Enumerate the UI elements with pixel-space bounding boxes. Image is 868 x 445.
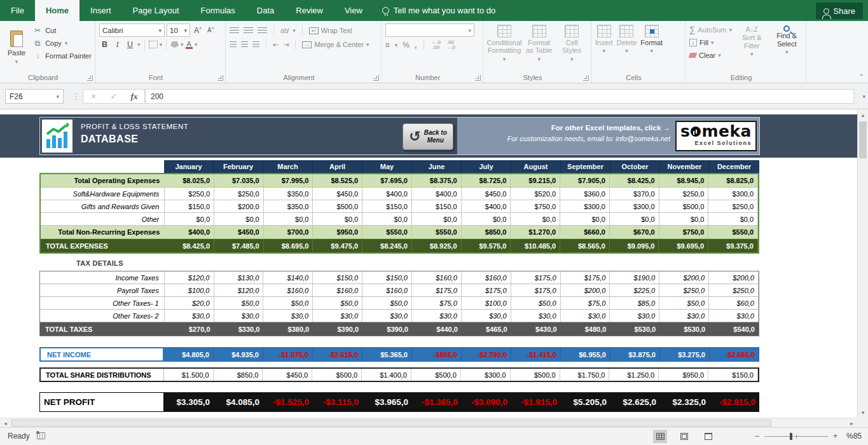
- row-label[interactable]: Other Taxes- 1: [40, 297, 165, 309]
- cell[interactable]: $2.625,0: [610, 392, 660, 412]
- autosum-button[interactable]: ∑AutoSum▾: [689, 24, 732, 36]
- paste-button[interactable]: Paste ▾: [4, 24, 29, 71]
- cell[interactable]: $175,0: [511, 284, 561, 296]
- font-name-dropdown-icon[interactable]: ▾: [158, 27, 162, 34]
- cell[interactable]: $120,0: [165, 271, 214, 284]
- find-dropdown-icon[interactable]: ▾: [785, 48, 789, 57]
- format-cells-button[interactable]: Format ▾: [640, 24, 663, 71]
- month-header-cell[interactable]: May: [362, 160, 412, 173]
- align-top-icon[interactable]: [230, 27, 239, 34]
- cell[interactable]: $100,0: [462, 297, 511, 309]
- cell[interactable]: $4.805,0: [164, 347, 214, 362]
- cell[interactable]: $30,0: [362, 310, 412, 322]
- cell[interactable]: $150,0: [362, 271, 412, 284]
- month-header-cell[interactable]: April: [313, 160, 362, 173]
- insert-dropdown-icon[interactable]: ▾: [602, 48, 605, 54]
- net-profit-label[interactable]: NET PROFIT: [39, 392, 164, 412]
- cell[interactable]: $150,0: [708, 369, 758, 381]
- cell[interactable]: $0,0: [412, 213, 462, 225]
- clear-dropdown-icon[interactable]: ▾: [718, 52, 721, 58]
- cell[interactable]: $850,0: [462, 226, 511, 238]
- cell[interactable]: $50,0: [659, 297, 709, 309]
- tab-formulas[interactable]: Formulas: [190, 0, 246, 21]
- row-label[interactable]: Payroll Taxes: [40, 284, 165, 296]
- cell[interactable]: -$3.090,0: [462, 392, 511, 412]
- number-format-combo[interactable]: ▾: [385, 24, 474, 37]
- cell[interactable]: $700,0: [264, 226, 313, 238]
- net-income-label[interactable]: NET INCOME: [39, 347, 164, 362]
- cell[interactable]: $30,0: [214, 310, 264, 322]
- confirm-entry-icon[interactable]: ✓: [104, 92, 124, 101]
- tab-file[interactable]: File: [0, 0, 35, 21]
- macro-record-icon[interactable]: [37, 432, 45, 439]
- cell[interactable]: $8.425,0: [610, 174, 659, 187]
- cell[interactable]: $390,0: [362, 322, 412, 336]
- cell[interactable]: -$1.525,0: [263, 392, 313, 412]
- cell[interactable]: $500,0: [659, 200, 709, 212]
- cell[interactable]: $150,0: [313, 271, 362, 284]
- cell[interactable]: $480,0: [561, 322, 610, 336]
- page-layout-view-button[interactable]: [677, 430, 691, 443]
- align-right-icon[interactable]: [252, 41, 259, 48]
- cell[interactable]: $250,0: [165, 188, 214, 200]
- cell[interactable]: $8.025,0: [165, 174, 214, 187]
- cell[interactable]: $200,0: [214, 200, 264, 212]
- cell[interactable]: $60,0: [709, 297, 759, 309]
- cell[interactable]: $300,0: [610, 200, 659, 212]
- delete-cells-button[interactable]: Delete ▾: [617, 24, 637, 71]
- percent-style-icon[interactable]: %: [403, 41, 410, 50]
- cell[interactable]: $7.905,0: [560, 174, 610, 187]
- cell[interactable]: $2.325,0: [660, 392, 710, 412]
- bold-button[interactable]: B: [99, 40, 110, 49]
- normal-view-button[interactable]: [653, 430, 667, 443]
- worksheet[interactable]: PROFIT & LOSS STATEMENT DATABASE ↺ Back …: [0, 109, 868, 427]
- cell[interactable]: $30,0: [511, 310, 561, 322]
- cell[interactable]: $330,0: [214, 322, 264, 336]
- cell[interactable]: $10.485,0: [511, 239, 560, 252]
- cell[interactable]: $0,0: [214, 213, 264, 225]
- back-to-menu-button[interactable]: ↺ Back toMenu: [403, 123, 453, 150]
- cell[interactable]: $0,0: [362, 213, 412, 225]
- clear-button[interactable]: Clear▾: [689, 49, 732, 61]
- cell[interactable]: $520,0: [511, 188, 560, 200]
- cell[interactable]: $0,0: [462, 213, 511, 225]
- cell[interactable]: $1.250,0: [609, 369, 659, 381]
- cell[interactable]: $75,0: [561, 297, 610, 309]
- font-color-icon[interactable]: A: [186, 41, 193, 49]
- cell[interactable]: $50,0: [214, 297, 264, 309]
- cell[interactable]: -$1.415,0: [511, 347, 561, 362]
- cell[interactable]: $3.305,0: [164, 392, 214, 412]
- cell[interactable]: $450,0: [462, 188, 511, 200]
- accounting-dropdown-icon[interactable]: ▾: [395, 42, 398, 48]
- cell[interactable]: -$1.365,0: [412, 392, 462, 412]
- cell[interactable]: -$2.790,0: [462, 347, 511, 362]
- cell[interactable]: $4.085,0: [214, 392, 263, 412]
- align-center-icon[interactable]: [241, 41, 248, 48]
- cell[interactable]: $250,0: [709, 284, 759, 296]
- zoom-slider[interactable]: [764, 436, 828, 437]
- cell[interactable]: $370,0: [610, 188, 659, 200]
- name-box[interactable]: F26▾: [5, 89, 64, 104]
- cell[interactable]: $0,0: [708, 213, 758, 225]
- cell[interactable]: $9.475,0: [313, 239, 362, 252]
- cell[interactable]: $1.270,0: [511, 226, 560, 238]
- conditional-formatting-button[interactable]: Conditional Formatting ▾: [487, 24, 521, 63]
- wrap-text-button[interactable]: ↩Wrap Text: [309, 27, 352, 34]
- month-header-cell[interactable]: December: [710, 160, 759, 173]
- cell[interactable]: $30,0: [709, 310, 759, 322]
- cell-styles-dropdown-icon[interactable]: ▾: [570, 55, 574, 63]
- font-dialog-launcher[interactable]: [217, 75, 223, 81]
- cell[interactable]: $7.695,0: [362, 174, 412, 187]
- cell[interactable]: $450,0: [313, 188, 362, 200]
- cell[interactable]: $530,0: [610, 322, 659, 336]
- cell[interactable]: $8.245,0: [362, 239, 412, 252]
- increase-indent-icon[interactable]: ⇥: [283, 41, 289, 49]
- cell[interactable]: $50,0: [511, 297, 561, 309]
- cell[interactable]: $250,0: [659, 188, 709, 200]
- month-header-cell[interactable]: July: [462, 160, 511, 173]
- cell[interactable]: $550,0: [412, 226, 462, 238]
- cell[interactable]: $750,0: [659, 226, 709, 238]
- cell[interactable]: $20,0: [165, 297, 214, 309]
- fill-button[interactable]: ↓Fill▾: [689, 36, 732, 48]
- row-label[interactable]: Total Operating Expenses: [41, 174, 165, 187]
